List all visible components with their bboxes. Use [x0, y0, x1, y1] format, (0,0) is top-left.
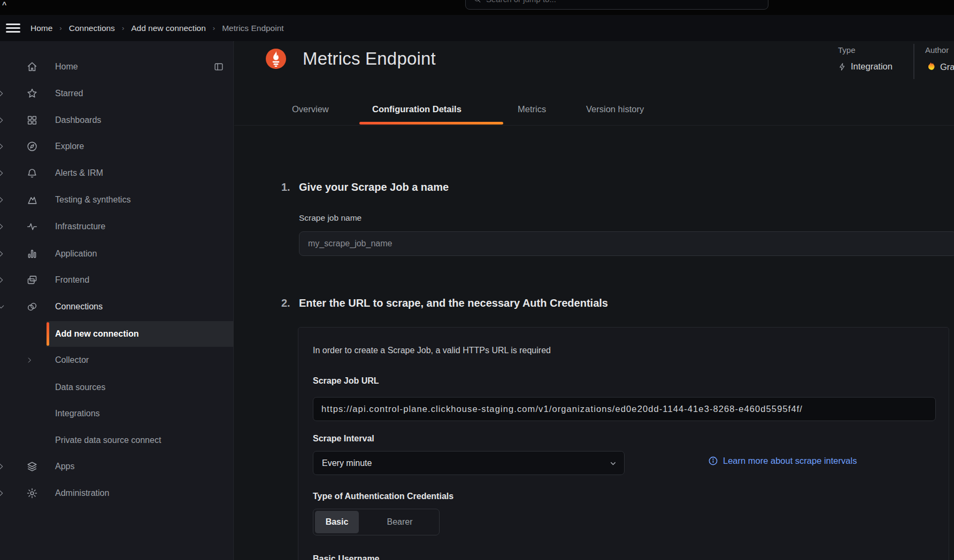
sidebar-item-data-sources[interactable]: Data sources [0, 374, 234, 401]
sidebar-item-testing-synthetics[interactable]: Testing & synthetics [0, 186, 234, 213]
chevron-right-icon [0, 116, 5, 125]
sidebar-item-alerts-irm[interactable]: Alerts & IRM [0, 160, 234, 186]
panel-left-icon[interactable] [213, 61, 224, 72]
page-title: Metrics Endpoint [303, 49, 436, 69]
chevron-right-icon [0, 222, 5, 231]
sidebar-item-frontend[interactable]: Frontend [0, 267, 234, 293]
sidebar-item-label: Add new connection [55, 321, 139, 347]
sidebar-item-label: Administration [55, 480, 109, 507]
scrape-interval-label: Scrape Interval [313, 434, 374, 444]
rings-icon [26, 301, 38, 313]
sidebar-item-label: Explore [55, 133, 84, 160]
bars-icon [26, 248, 38, 260]
sidebar-item-label: Testing & synthetics [55, 186, 130, 213]
url-required-notice: In order to create a Scrape Job, a valid… [313, 346, 551, 355]
sidebar-item-label: Collector [55, 347, 89, 374]
sidebar-item-connections[interactable]: Connections [0, 293, 234, 320]
sidebar-item-home[interactable]: Home [0, 53, 234, 80]
breadcrumb-item-connections[interactable]: Connections [69, 24, 115, 33]
sidebar-nav: HomeStarredDashboardsExploreAlerts & IRM… [0, 41, 234, 560]
breadcrumb: Home›Connections›Add new connection›Metr… [30, 24, 284, 33]
sidebar-item-collector[interactable]: Collector [0, 347, 234, 374]
grid-icon [26, 114, 38, 126]
search-input[interactable]: Search or jump to... [465, 0, 768, 10]
sidebar-item-label: Frontend [55, 267, 89, 293]
tab-overview[interactable]: Overview [292, 104, 329, 114]
tab-metrics[interactable]: Metrics [518, 104, 546, 114]
active-item-indicator [47, 322, 49, 346]
breadcrumb-item-metrics-endpoint: Metrics Endpoint [222, 24, 283, 33]
sidebar-item-label: Application [55, 240, 97, 267]
menu-hamburger-icon[interactable] [6, 21, 20, 35]
auth-type-label: Type of Authentication Credentials [313, 492, 453, 501]
sidebar-item-apps[interactable]: Apps [0, 453, 234, 480]
sidebar-item-infrastructure[interactable]: Infrastructure [0, 213, 234, 240]
tab-configuration-details[interactable]: Configuration Details [372, 104, 461, 114]
chevron-down-icon [0, 302, 5, 311]
chevron-right-icon [0, 89, 5, 98]
top-caret: ^ [2, 1, 6, 9]
chevron-right-icon [0, 276, 5, 284]
sidebar-item-label: Home [55, 53, 78, 80]
breadcrumb-item-home[interactable]: Home [30, 24, 52, 33]
sidebar-item-add-new-connection[interactable]: Add new connection [0, 321, 234, 347]
home-icon [26, 61, 38, 73]
step1-number: 1. [281, 181, 290, 193]
scrape-job-url-input[interactable] [313, 397, 936, 421]
meta-divider [913, 44, 914, 79]
chevron-right-icon [0, 250, 5, 258]
chevron-right-icon [0, 196, 5, 204]
auth-option-basic[interactable]: Basic [315, 511, 359, 533]
auth-type-segmented-control: BasicBearer [313, 509, 440, 535]
sidebar-item-label: Data sources [55, 374, 105, 401]
scrape-job-url-label: Scrape Job URL [313, 376, 379, 386]
sidebar-item-administration[interactable]: Administration [0, 480, 234, 507]
sidebar-item-integrations[interactable]: Integrations [0, 400, 234, 427]
scrape-interval-value: Every minute [322, 458, 372, 468]
sidebar-item-label: Private data source connect [55, 427, 161, 454]
grafana-logo-icon [925, 61, 936, 72]
author-value: Grafana [925, 61, 954, 72]
search-icon [473, 0, 481, 3]
sidebar-item-application[interactable]: Application [0, 240, 234, 267]
sidebar-item-dashboards[interactable]: Dashboards [0, 107, 234, 134]
grafana-app: ^ Search or jump to... Home›Connections›… [0, 0, 954, 560]
scrape-interval-select[interactable]: Every minute [313, 451, 625, 475]
breadcrumb-bar: Home›Connections›Add new connection›Metr… [0, 15, 954, 42]
breadcrumb-separator: › [213, 24, 215, 32]
layers-icon [26, 461, 38, 472]
main-content: Metrics Endpoint Type Integration Author… [234, 41, 954, 560]
scrape-intervals-link-text: Learn more about scrape intervals [723, 456, 857, 466]
sidebar-item-label: Infrastructure [55, 213, 105, 240]
auth-option-bearer[interactable]: Bearer [360, 509, 439, 535]
sidebar-item-label: Integrations [55, 400, 100, 427]
step2-title: Enter the URL to scrape, and the necessa… [299, 297, 608, 309]
scrape-job-name-input[interactable] [299, 231, 954, 256]
mountain-icon [26, 194, 38, 206]
breadcrumb-separator: › [59, 24, 61, 32]
sidebar-item-label: Connections [55, 293, 103, 320]
search-placeholder: Search or jump to... [486, 0, 556, 4]
basic-username-label: Basic Username [313, 554, 380, 560]
sidebar-item-private-data-source-connect[interactable]: Private data source connect [0, 427, 234, 454]
breadcrumb-item-add-new-connection[interactable]: Add new connection [131, 24, 206, 33]
author-label: Author [925, 45, 949, 55]
chevron-right-icon [26, 356, 33, 364]
chevron-down-icon [609, 460, 617, 468]
scrape-config-panel: In order to create a Scrape Job, a valid… [298, 327, 949, 560]
scrape-intervals-link[interactable]: Learn more about scrape intervals [708, 456, 857, 466]
active-tab-underline [359, 122, 503, 125]
chevron-right-icon [0, 489, 5, 497]
sidebar-item-label: Starred [55, 80, 83, 107]
breadcrumb-separator: › [122, 24, 124, 32]
info-icon [708, 456, 718, 466]
type-label: Type [838, 45, 856, 55]
star-icon [26, 88, 38, 99]
chevron-right-icon [0, 462, 5, 471]
tab-version-history[interactable]: Version history [586, 104, 644, 114]
sidebar-item-label: Alerts & IRM [55, 160, 103, 186]
sidebar-item-starred[interactable]: Starred [0, 80, 234, 107]
sidebar-item-explore[interactable]: Explore [0, 133, 234, 160]
scrape-job-name-label: Scrape job name [299, 213, 361, 223]
bolt-icon [838, 63, 847, 71]
